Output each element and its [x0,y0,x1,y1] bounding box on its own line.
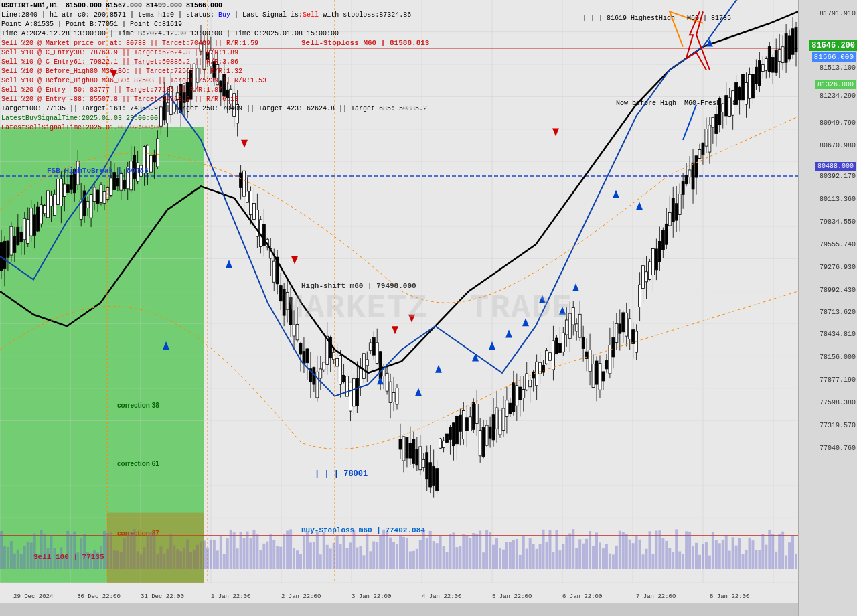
chart-canvas [0,0,857,616]
chart-container: USDTIRT-NBi,H1 81500.000 81567.000 81499… [0,0,857,616]
